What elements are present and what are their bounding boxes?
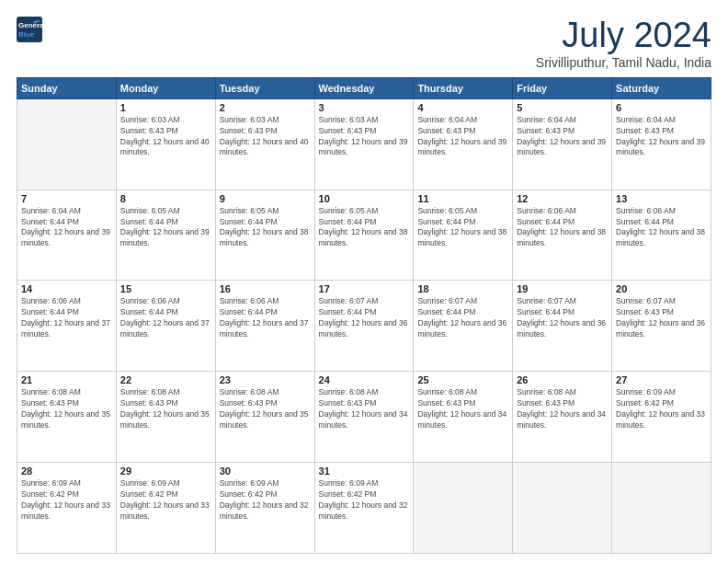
calendar-day-cell: 11Sunrise: 6:05 AMSunset: 6:44 PMDayligh… [414,190,513,281]
day-number: 9 [220,193,311,204]
calendar-day-cell: 13Sunrise: 6:06 AMSunset: 6:44 PMDayligh… [612,190,711,281]
calendar-day-header: Friday [513,77,612,98]
svg-text:General: General [18,21,42,29]
calendar-header-row: SundayMondayTuesdayWednesdayThursdayFrid… [17,77,711,98]
calendar-day-cell: 28Sunrise: 6:09 AMSunset: 6:42 PMDayligh… [17,463,117,554]
calendar-day-cell: 14Sunrise: 6:06 AMSunset: 6:44 PMDayligh… [17,281,117,372]
day-info: Sunrise: 6:08 AMSunset: 6:43 PMDaylight:… [21,387,112,431]
calendar-day-cell: 31Sunrise: 6:09 AMSunset: 6:42 PMDayligh… [314,463,414,554]
day-info: Sunrise: 6:06 AMSunset: 6:44 PMDaylight:… [21,296,112,340]
calendar-body: 1Sunrise: 6:03 AMSunset: 6:43 PMDaylight… [17,98,711,553]
main-title: July 2024 [536,17,711,55]
calendar-week-row: 7Sunrise: 6:04 AMSunset: 6:44 PMDaylight… [17,190,711,281]
calendar-day-cell: 4Sunrise: 6:04 AMSunset: 6:43 PMDaylight… [414,98,513,190]
svg-text:Blue: Blue [18,30,35,39]
day-info: Sunrise: 6:04 AMSunset: 6:43 PMDaylight:… [417,115,508,159]
calendar-day-cell: 19Sunrise: 6:07 AMSunset: 6:44 PMDayligh… [513,281,612,372]
day-number: 2 [220,102,311,113]
day-number: 22 [120,374,211,385]
subtitle: Srivilliputhur, Tamil Nadu, India [536,55,711,70]
day-number: 29 [120,465,211,477]
day-number: 28 [21,465,112,477]
calendar-day-cell: 5Sunrise: 6:04 AMSunset: 6:43 PMDaylight… [513,98,612,190]
day-info: Sunrise: 6:08 AMSunset: 6:43 PMDaylight:… [517,387,608,431]
calendar-day-cell: 24Sunrise: 6:08 AMSunset: 6:43 PMDayligh… [314,372,414,463]
calendar-day-cell: 20Sunrise: 6:07 AMSunset: 6:43 PMDayligh… [612,281,711,372]
calendar-day-cell: 12Sunrise: 6:06 AMSunset: 6:44 PMDayligh… [513,190,612,281]
day-number: 18 [417,283,508,294]
day-number: 15 [120,283,211,294]
day-info: Sunrise: 6:06 AMSunset: 6:44 PMDaylight:… [517,206,608,250]
calendar-day-cell: 8Sunrise: 6:05 AMSunset: 6:44 PMDaylight… [116,190,215,281]
calendar-day-cell: 18Sunrise: 6:07 AMSunset: 6:44 PMDayligh… [414,281,513,372]
day-info: Sunrise: 6:05 AMSunset: 6:44 PMDaylight:… [220,206,311,250]
calendar-day-cell: 17Sunrise: 6:07 AMSunset: 6:44 PMDayligh… [314,281,414,372]
page: General Blue July 2024 Srivilliputhur, T… [0,0,728,563]
day-number: 16 [220,283,311,294]
day-info: Sunrise: 6:03 AMSunset: 6:43 PMDaylight:… [220,115,311,159]
day-number: 23 [220,374,311,385]
calendar-day-cell: 2Sunrise: 6:03 AMSunset: 6:43 PMDaylight… [215,98,314,190]
calendar-day-header: Tuesday [215,77,314,98]
day-number: 20 [616,283,707,294]
calendar-week-row: 28Sunrise: 6:09 AMSunset: 6:42 PMDayligh… [17,463,711,554]
calendar-day-cell: 25Sunrise: 6:08 AMSunset: 6:43 PMDayligh… [414,372,513,463]
calendar-day-cell [612,463,711,554]
day-info: Sunrise: 6:04 AMSunset: 6:43 PMDaylight:… [517,115,608,159]
calendar-day-header: Saturday [612,77,711,98]
calendar-day-cell: 29Sunrise: 6:09 AMSunset: 6:42 PMDayligh… [116,463,215,554]
header: General Blue July 2024 Srivilliputhur, T… [17,17,711,70]
calendar-day-cell: 15Sunrise: 6:06 AMSunset: 6:44 PMDayligh… [116,281,215,372]
day-info: Sunrise: 6:09 AMSunset: 6:42 PMDaylight:… [616,387,707,431]
calendar-day-header: Monday [116,77,215,98]
calendar-day-cell [414,463,513,554]
calendar-day-cell: 21Sunrise: 6:08 AMSunset: 6:43 PMDayligh… [17,372,117,463]
day-info: Sunrise: 6:09 AMSunset: 6:42 PMDaylight:… [220,478,311,523]
title-block: July 2024 Srivilliputhur, Tamil Nadu, In… [536,17,711,70]
day-info: Sunrise: 6:05 AMSunset: 6:44 PMDaylight:… [319,206,410,250]
day-number: 27 [616,374,707,385]
calendar-day-cell [513,463,612,554]
day-info: Sunrise: 6:07 AMSunset: 6:44 PMDaylight:… [517,296,608,340]
day-number: 6 [616,102,707,113]
calendar-day-cell: 22Sunrise: 6:08 AMSunset: 6:43 PMDayligh… [116,372,215,463]
day-number: 14 [21,283,112,294]
day-number: 21 [21,374,112,385]
calendar-day-cell: 27Sunrise: 6:09 AMSunset: 6:42 PMDayligh… [612,372,711,463]
calendar-day-cell [17,98,117,190]
calendar-day-cell: 23Sunrise: 6:08 AMSunset: 6:43 PMDayligh… [215,372,314,463]
calendar-day-cell: 10Sunrise: 6:05 AMSunset: 6:44 PMDayligh… [314,190,414,281]
calendar-day-cell: 6Sunrise: 6:04 AMSunset: 6:43 PMDaylight… [612,98,711,190]
day-info: Sunrise: 6:05 AMSunset: 6:44 PMDaylight:… [417,206,508,250]
day-info: Sunrise: 6:04 AMSunset: 6:43 PMDaylight:… [616,115,707,159]
day-info: Sunrise: 6:07 AMSunset: 6:43 PMDaylight:… [616,296,707,340]
calendar-table: SundayMondayTuesdayWednesdayThursdayFrid… [17,77,711,554]
day-info: Sunrise: 6:06 AMSunset: 6:44 PMDaylight:… [616,206,707,250]
day-info: Sunrise: 6:06 AMSunset: 6:44 PMDaylight:… [220,296,311,340]
day-number: 3 [319,102,410,113]
day-number: 19 [517,283,608,294]
calendar-day-cell: 26Sunrise: 6:08 AMSunset: 6:43 PMDayligh… [513,372,612,463]
day-info: Sunrise: 6:07 AMSunset: 6:44 PMDaylight:… [319,296,410,340]
day-info: Sunrise: 6:05 AMSunset: 6:44 PMDaylight:… [120,206,211,250]
day-number: 5 [517,102,608,113]
day-info: Sunrise: 6:08 AMSunset: 6:43 PMDaylight:… [220,387,311,431]
day-number: 25 [417,374,508,385]
day-info: Sunrise: 6:09 AMSunset: 6:42 PMDaylight:… [319,478,410,523]
calendar-day-cell: 9Sunrise: 6:05 AMSunset: 6:44 PMDaylight… [215,190,314,281]
calendar-day-header: Wednesday [314,77,414,98]
day-info: Sunrise: 6:03 AMSunset: 6:43 PMDaylight:… [319,115,410,159]
calendar-day-cell: 30Sunrise: 6:09 AMSunset: 6:42 PMDayligh… [215,463,314,554]
day-info: Sunrise: 6:06 AMSunset: 6:44 PMDaylight:… [120,296,211,340]
day-info: Sunrise: 6:09 AMSunset: 6:42 PMDaylight:… [120,478,211,523]
day-number: 17 [319,283,410,294]
day-number: 1 [120,102,211,113]
day-info: Sunrise: 6:07 AMSunset: 6:44 PMDaylight:… [417,296,508,340]
day-info: Sunrise: 6:08 AMSunset: 6:43 PMDaylight:… [319,387,410,431]
day-number: 8 [120,193,211,204]
day-info: Sunrise: 6:08 AMSunset: 6:43 PMDaylight:… [417,387,508,431]
day-info: Sunrise: 6:09 AMSunset: 6:42 PMDaylight:… [21,478,112,523]
day-number: 4 [417,102,508,113]
calendar-week-row: 21Sunrise: 6:08 AMSunset: 6:43 PMDayligh… [17,372,711,463]
day-number: 7 [21,193,112,204]
